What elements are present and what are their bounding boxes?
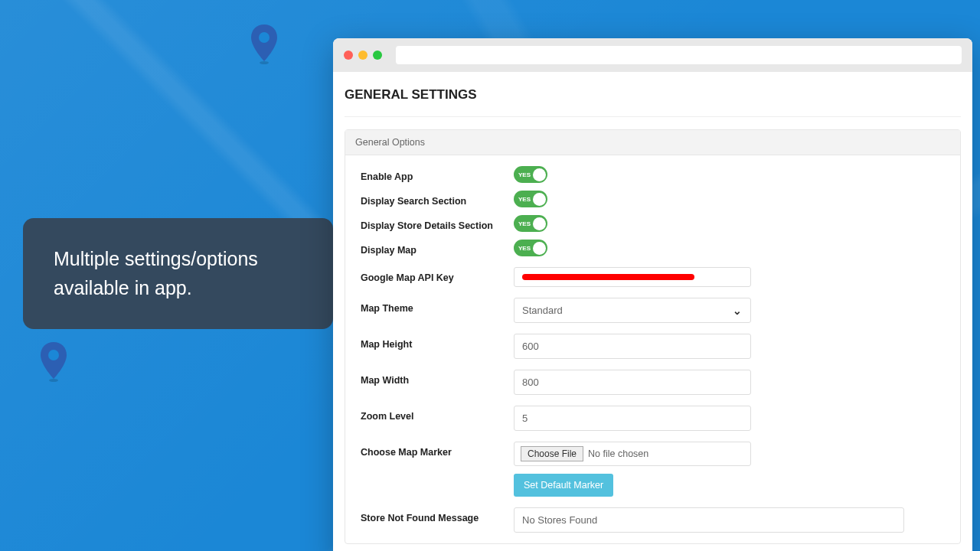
- map-height-label: Map Height: [361, 334, 514, 350]
- browser-window: GENERAL SETTINGS General Options Enable …: [333, 38, 972, 551]
- panel-body: Enable App YES Display Search Section YE…: [345, 155, 960, 543]
- toggle-knob-icon: [533, 168, 546, 181]
- toggle-text: YES: [518, 171, 531, 178]
- zoom-level-row: Zoom Level: [361, 406, 945, 431]
- url-bar[interactable]: [396, 46, 962, 64]
- display-store-details-label: Display Store Details Section: [361, 215, 514, 231]
- callout-text: Multiple settings/options available in a…: [54, 248, 258, 298]
- panel-header: General Options: [345, 130, 960, 155]
- enable-app-label: Enable App: [361, 166, 514, 182]
- map-marker-row: Choose Map Marker Choose File No file ch…: [361, 442, 945, 497]
- enable-app-toggle[interactable]: YES: [514, 166, 547, 183]
- map-width-label: Map Width: [361, 370, 514, 386]
- close-icon[interactable]: [344, 51, 353, 60]
- map-height-input[interactable]: [514, 334, 751, 359]
- map-theme-row: Map Theme Standard ⌄: [361, 298, 945, 323]
- display-search-toggle[interactable]: YES: [514, 191, 547, 207]
- svg-point-3: [49, 379, 58, 382]
- zoom-level-input[interactable]: [514, 406, 751, 431]
- api-key-row: Google Map API Key: [361, 267, 945, 287]
- not-found-label: Store Not Found Message: [361, 507, 514, 523]
- display-map-toggle[interactable]: YES: [514, 240, 547, 256]
- browser-chrome: [333, 38, 972, 72]
- file-chosen-text: No file chosen: [588, 448, 648, 459]
- toggle-text: YES: [518, 245, 531, 252]
- toggle-knob-icon: [533, 217, 546, 230]
- map-width-input[interactable]: [514, 370, 751, 395]
- enable-app-row: Enable App YES: [361, 166, 945, 183]
- display-store-details-toggle[interactable]: YES: [514, 215, 547, 232]
- display-store-details-row: Display Store Details Section YES: [361, 215, 945, 232]
- api-key-label: Google Map API Key: [361, 267, 514, 283]
- map-height-row: Map Height: [361, 334, 945, 359]
- not-found-input[interactable]: [514, 507, 904, 533]
- callout-tooltip: Multiple settings/options available in a…: [23, 218, 333, 329]
- not-found-row: Store Not Found Message: [361, 507, 945, 533]
- zoom-level-label: Zoom Level: [361, 406, 514, 422]
- svg-point-1: [260, 61, 269, 64]
- redacted-bar: [522, 274, 694, 280]
- map-pin-icon: [38, 341, 69, 383]
- toggle-knob-icon: [533, 242, 546, 255]
- browser-content: GENERAL SETTINGS General Options Enable …: [333, 72, 972, 551]
- display-search-row: Display Search Section YES: [361, 191, 945, 207]
- map-pin-icon: [249, 23, 279, 65]
- page-title: GENERAL SETTINGS: [345, 87, 961, 117]
- minimize-icon[interactable]: [358, 51, 368, 60]
- map-marker-label: Choose Map Marker: [361, 442, 514, 458]
- toggle-text: YES: [518, 196, 531, 203]
- traffic-lights: [344, 51, 382, 60]
- toggle-text: YES: [518, 220, 531, 227]
- map-width-row: Map Width: [361, 370, 945, 395]
- maximize-icon[interactable]: [373, 51, 382, 60]
- display-map-row: Display Map YES: [361, 240, 945, 256]
- svg-point-2: [48, 350, 59, 360]
- display-map-label: Display Map: [361, 240, 514, 256]
- file-input[interactable]: Choose File No file chosen: [514, 442, 751, 466]
- choose-file-button[interactable]: Choose File: [521, 446, 583, 461]
- general-options-panel: General Options Enable App YES Display S…: [345, 129, 961, 544]
- api-key-input[interactable]: [514, 267, 751, 287]
- display-search-label: Display Search Section: [361, 191, 514, 207]
- map-theme-label: Map Theme: [361, 298, 514, 314]
- map-theme-select[interactable]: Standard: [514, 298, 751, 323]
- svg-point-0: [259, 32, 270, 43]
- set-default-marker-button[interactable]: Set Default Marker: [514, 474, 613, 497]
- toggle-knob-icon: [533, 193, 546, 206]
